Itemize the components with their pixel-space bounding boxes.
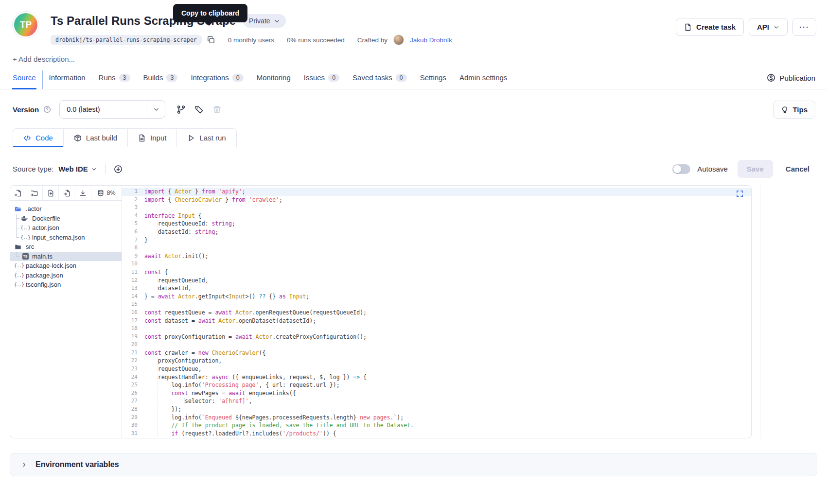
new-folder-icon bbox=[31, 190, 38, 197]
autosave-toggle[interactable] bbox=[672, 164, 690, 174]
new-file-icon[interactable] bbox=[10, 186, 26, 200]
code-line: 18 bbox=[122, 325, 751, 333]
line-number: 11 bbox=[122, 268, 144, 277]
environment-variables-section[interactable]: Environment variables bbox=[10, 453, 817, 476]
tab-count-badge: 3 bbox=[166, 74, 177, 82]
tree-item-main-ts[interactable]: TSmain.ts bbox=[10, 252, 122, 261]
tree-item-dockerfile[interactable]: Dockerfile bbox=[10, 214, 122, 224]
line-number: 1 bbox=[122, 188, 144, 196]
tree-connector bbox=[15, 214, 21, 224]
download-circle-icon[interactable] bbox=[114, 165, 123, 174]
tree-item-icon-wrap: {..} bbox=[21, 235, 30, 240]
expand-icon[interactable] bbox=[736, 190, 743, 197]
tab-integrations[interactable]: Integrations0 bbox=[191, 73, 243, 89]
tab-admin-settings[interactable]: Admin settings bbox=[459, 73, 507, 89]
code-line: 6 datasetId: string; bbox=[122, 228, 751, 236]
version-select[interactable]: 0.0 (latest) bbox=[59, 100, 165, 119]
code-line: 3 bbox=[122, 204, 751, 212]
upload-file-icon[interactable] bbox=[43, 186, 59, 200]
scrollbar-track[interactable] bbox=[760, 185, 760, 438]
code-line-text: const newPages = await enqueueLinks({ bbox=[144, 389, 296, 398]
tab-builds[interactable]: Builds3 bbox=[143, 73, 178, 89]
code-line-text: import { CheerioCrawler } from 'crawlee'… bbox=[144, 196, 282, 204]
tab-publication[interactable]: Publication bbox=[767, 73, 815, 89]
tree-item-label: actor.json bbox=[32, 224, 59, 231]
tips-button[interactable]: Tips bbox=[773, 101, 815, 119]
git-branch-icon[interactable] bbox=[176, 105, 186, 114]
source-type-select[interactable]: Web IDE bbox=[58, 165, 97, 173]
code-line-text: datasetId: string; bbox=[144, 228, 218, 236]
add-description-link[interactable]: + Add description... bbox=[13, 55, 827, 63]
code-line: 5 requestQueueId: string; bbox=[122, 220, 751, 228]
tab-count-badge: 0 bbox=[396, 74, 407, 82]
tree-item-package-lock-json[interactable]: {..}package-lock.json bbox=[10, 261, 122, 271]
subtab-last-run[interactable]: Last run bbox=[176, 128, 236, 147]
code-line: 26 const newPages = await enqueueLinks({ bbox=[122, 389, 751, 398]
tree-item-package-json[interactable]: {..}package.json bbox=[10, 271, 122, 280]
tab-source[interactable]: Source bbox=[13, 73, 36, 89]
code-line: 4interface Input { bbox=[122, 212, 751, 220]
tree-item-label: src bbox=[26, 243, 34, 250]
tree-item-label: input_schema.json bbox=[32, 234, 85, 241]
tree-item-src[interactable]: src bbox=[10, 242, 122, 252]
line-number: 9 bbox=[122, 252, 144, 261]
file-tree-toolbar: 8% bbox=[10, 186, 122, 201]
tree-item-tsconfig-json[interactable]: {..}tsconfig.json bbox=[10, 280, 122, 290]
code-line: 29 log.info(`Enqueued ${newPages.process… bbox=[122, 414, 751, 422]
tree-item-actor-json[interactable]: {..}actor.json bbox=[10, 223, 122, 233]
api-button[interactable]: API bbox=[749, 18, 788, 36]
code-line-text: proxyConfiguration, bbox=[144, 357, 222, 365]
import-file-icon[interactable] bbox=[59, 186, 75, 200]
new-file-icon bbox=[15, 190, 22, 197]
help-icon[interactable] bbox=[43, 105, 51, 113]
visibility-badge[interactable]: Private bbox=[243, 14, 286, 28]
tab-settings[interactable]: Settings bbox=[420, 73, 446, 89]
subtab-last-build[interactable]: Last build bbox=[63, 128, 128, 147]
code-editor[interactable]: 1import { Actor } from 'apify';2import {… bbox=[122, 186, 751, 438]
new-folder-icon[interactable] bbox=[26, 186, 42, 200]
more-button[interactable]: ··· bbox=[792, 18, 816, 36]
folder-open-icon bbox=[14, 206, 22, 212]
tab-label: Source bbox=[13, 73, 36, 82]
tree-item-label: Dockerfile bbox=[32, 215, 60, 222]
tab-issues[interactable]: Issues0 bbox=[304, 73, 339, 89]
code-line-text: const dataset = await Actor.openDataset(… bbox=[144, 317, 316, 325]
tree-item-icon-wrap: TS bbox=[21, 253, 30, 260]
folder-icon bbox=[14, 243, 22, 250]
tree-item-label: package.json bbox=[26, 272, 63, 279]
code-line-text: log.info(`Enqueued ${newPages.processedR… bbox=[144, 414, 404, 422]
actor-id-pill[interactable]: drobnikj/ts-parallel-runs-scraping-scrap… bbox=[51, 35, 202, 45]
author-link[interactable]: Jakub Drobník bbox=[410, 36, 452, 44]
line-number: 27 bbox=[122, 397, 144, 405]
line-number: 23 bbox=[122, 365, 144, 373]
file-tree-list: .actorDockerfile{..}actor.json{..}input_… bbox=[10, 201, 122, 293]
trash-icon[interactable] bbox=[212, 105, 222, 114]
copy-icon[interactable] bbox=[207, 35, 215, 44]
code-icon bbox=[23, 134, 31, 142]
code-line: 15 bbox=[122, 300, 751, 309]
tab-runs[interactable]: Runs3 bbox=[99, 73, 130, 89]
tab-bar: SourceInformationRuns3Builds3Integration… bbox=[0, 73, 827, 89]
tab-monitoring[interactable]: Monitoring bbox=[257, 73, 291, 89]
tab-count-badge: 3 bbox=[119, 74, 130, 82]
line-number: 29 bbox=[122, 414, 144, 422]
create-task-button[interactable]: Create task bbox=[676, 18, 744, 36]
tab-count-badge: 0 bbox=[232, 74, 244, 82]
subtab-input[interactable]: Input bbox=[127, 128, 177, 147]
line-number: 31 bbox=[122, 430, 144, 438]
tree-item-actor[interactable]: .actor bbox=[10, 204, 122, 214]
tag-icon[interactable] bbox=[194, 105, 204, 114]
tab-count-badge: 0 bbox=[328, 74, 339, 82]
tree-item-input-schema-json[interactable]: {..}input_schema.json bbox=[10, 233, 122, 243]
download-files-icon[interactable] bbox=[75, 186, 91, 200]
visibility-label: Private bbox=[249, 17, 270, 25]
lightbulb-icon bbox=[781, 105, 789, 113]
code-line-text: const requestQueue = await Actor.openReq… bbox=[144, 309, 367, 317]
tab-information[interactable]: Information bbox=[49, 73, 86, 89]
save-button[interactable]: Save bbox=[738, 160, 773, 178]
cancel-button[interactable]: Cancel bbox=[780, 165, 815, 173]
subtab-code[interactable]: Code bbox=[13, 128, 64, 147]
line-number: 4 bbox=[122, 212, 144, 220]
tab-saved-tasks[interactable]: Saved tasks0 bbox=[352, 73, 407, 89]
crafted-by-label: Crafted by bbox=[357, 36, 387, 44]
